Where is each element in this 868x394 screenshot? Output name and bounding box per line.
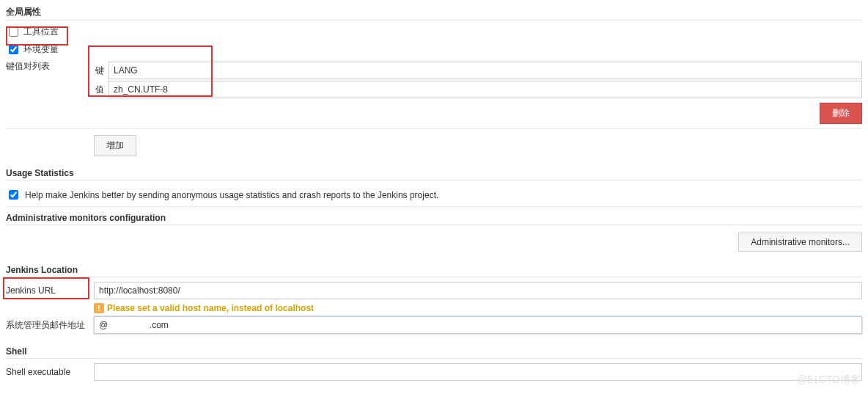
hostname-warning-text: Please set a valid host name, instead of…	[107, 303, 314, 313]
global-properties-heading: 全局属性	[6, 4, 862, 21]
usage-stats-checkbox[interactable]	[9, 190, 18, 200]
jenkins-location-heading: Jenkins Location	[6, 263, 862, 277]
admin-monitors-button[interactable]: Administrative monitors...	[738, 233, 862, 252]
jenkins-url-label: Jenkins URL	[6, 285, 94, 296]
shell-executable-label: Shell executable	[6, 367, 94, 377]
tools-location-checkbox[interactable]	[9, 27, 18, 37]
shell-executable-input[interactable]	[94, 363, 862, 381]
tools-location-label: 工具位置	[23, 26, 59, 38]
admin-email-label: 系统管理员邮件地址	[6, 319, 94, 332]
key-label: 键	[94, 65, 108, 77]
usage-statistics-heading: Usage Statistics	[6, 167, 862, 180]
admin-email-input[interactable]	[94, 316, 862, 334]
shell-heading: Shell	[6, 345, 862, 359]
key-input[interactable]	[108, 62, 862, 79]
jenkins-url-input[interactable]	[94, 282, 862, 299]
env-vars-checkbox[interactable]	[9, 45, 18, 54]
add-button[interactable]: 增加	[94, 135, 136, 156]
usage-stats-label: Help make Jenkins better by sending anon…	[25, 190, 438, 200]
env-vars-label: 环境变量	[23, 43, 59, 56]
warning-icon: !	[94, 303, 104, 313]
kv-list-label: 键值对列表	[6, 60, 94, 73]
delete-button[interactable]: 删除	[820, 103, 862, 124]
value-input[interactable]	[108, 81, 862, 98]
value-label: 值	[94, 84, 108, 96]
watermark-text: @51CTO博客	[797, 373, 861, 387]
admin-monitors-heading: Administrative monitors configuration	[6, 211, 862, 225]
